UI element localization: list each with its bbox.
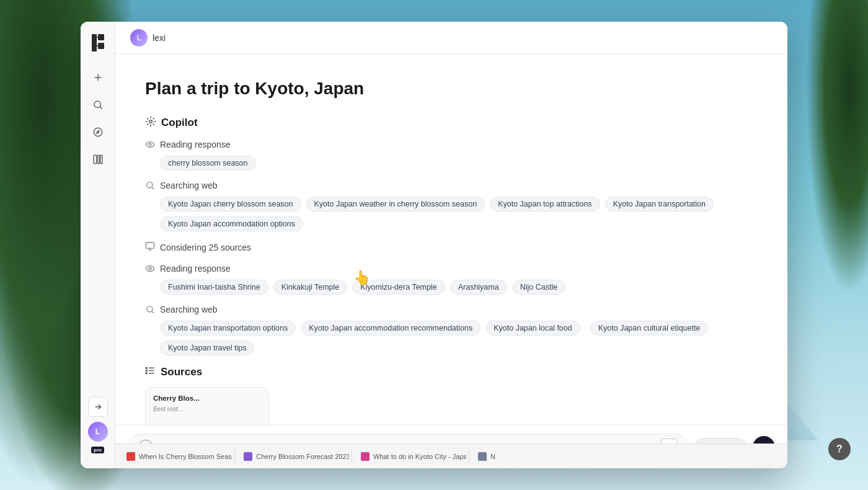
- tag-weather[interactable]: Kyoto Japan weather in cherry blossom se…: [306, 197, 485, 212]
- header-bar: L lexi: [115, 22, 787, 54]
- new-thread-button[interactable]: [87, 66, 109, 89]
- tab-favicon-1: [126, 452, 135, 461]
- app-window: L pro L lexi Plan a trip to Kyoto, Japan…: [81, 22, 787, 468]
- tab-separator-3: [469, 450, 469, 463]
- considering-icon: [145, 241, 155, 254]
- svg-marker-10: [95, 130, 99, 134]
- tag-top-attractions[interactable]: Kyoto Japan top attractions: [490, 197, 600, 212]
- sidebar: L pro: [81, 22, 115, 468]
- search-button[interactable]: [87, 94, 109, 116]
- tab-label-1: When Is Cherry Blossom Season In Kyoto?: [139, 453, 232, 460]
- sources-header: Sources: [145, 365, 758, 378]
- tags-row-searching-1: Kyoto Japan cherry blossom season Kyoto …: [160, 197, 758, 231]
- header-avatar: L: [130, 29, 148, 47]
- copilot-icon: [145, 116, 156, 130]
- svg-line-24: [152, 311, 154, 313]
- tag-fushimi[interactable]: Fushimi Inari-taisha Shrine: [160, 280, 268, 295]
- sources-icon: [145, 365, 156, 378]
- tab-n[interactable]: N: [472, 450, 502, 463]
- activity-reading-1: Reading response: [145, 140, 758, 149]
- tag-travel-tips[interactable]: Kyoto Japan travel tips: [160, 341, 254, 355]
- header-username: lexi: [153, 33, 166, 43]
- svg-point-15: [149, 120, 153, 123]
- tag-transportation[interactable]: Kyoto Japan transportation: [605, 197, 714, 212]
- svg-rect-12: [97, 155, 99, 164]
- source-card-subtitle-1: Best root...: [153, 406, 261, 412]
- tags-row-searching-2: Kyoto Japan transportation options Kyoto…: [160, 321, 758, 355]
- svg-point-7: [94, 101, 101, 108]
- library-button[interactable]: [87, 148, 109, 171]
- activity-label-considering: Considering 25 sources: [160, 243, 251, 252]
- activity-label-reading-1: Reading response: [160, 140, 231, 149]
- svg-rect-11: [94, 155, 97, 164]
- tag-accom-recs[interactable]: Kyoto Japan accommodation recommendation…: [301, 321, 480, 336]
- pro-badge: pro: [91, 447, 104, 453]
- main-content: Plan a trip to Kyoto, Japan Copilot Read…: [115, 54, 787, 468]
- tab-favicon-2: [244, 452, 252, 461]
- tag-kinkakuji[interactable]: Kinkakuji Temple: [273, 280, 348, 295]
- tags-row-reading-2: Fushimi Inari-taisha Shrine Kinkakuji Te…: [160, 280, 758, 295]
- activity-reading-2: Reading response: [145, 264, 758, 274]
- tag-local-food[interactable]: Kyoto Japan local food: [485, 321, 580, 336]
- sources-section-title: Sources: [161, 366, 202, 378]
- svg-point-28: [146, 367, 147, 368]
- app-logo[interactable]: [87, 32, 109, 54]
- tag-cultural-etiquette[interactable]: Kyoto Japan cultural etiquette: [590, 321, 709, 336]
- reading-icon-1: [145, 140, 155, 149]
- svg-point-23: [147, 306, 153, 312]
- svg-rect-13: [100, 155, 102, 164]
- svg-point-16: [149, 143, 151, 146]
- activity-considering: Considering 25 sources: [145, 241, 758, 254]
- activity-searching-2: Searching web: [145, 305, 758, 314]
- source-card-title-1: Cherry Blos...: [153, 394, 261, 403]
- tags-row-reading-1: cherry blossom season: [160, 156, 758, 171]
- user-avatar-sidebar[interactable]: L: [88, 422, 108, 442]
- expand-sidebar-button[interactable]: [88, 397, 108, 417]
- tag-nijo[interactable]: Nijo Castle: [512, 280, 565, 295]
- svg-rect-19: [146, 243, 154, 248]
- svg-point-17: [147, 182, 153, 188]
- tag-transport-options[interactable]: Kyoto Japan transportation options: [160, 321, 296, 336]
- activity-label-searching-1: Searching web: [160, 180, 218, 190]
- source-card-1[interactable]: Cherry Blos... Best root...: [145, 387, 269, 430]
- activity-label-reading-2: Reading response: [160, 264, 231, 274]
- page-title: Plan a trip to Kyoto, Japan: [145, 79, 758, 99]
- svg-rect-0: [92, 34, 97, 51]
- tab-label-3: What to do in Kyoto City - Japan Guide: [373, 453, 466, 460]
- svg-point-29: [146, 370, 147, 371]
- svg-rect-2: [98, 43, 104, 49]
- tag-kiyomizu[interactable]: Kiyomizu-dera Temple: [352, 280, 445, 295]
- tab-strip: When Is Cherry Blossom Season In Kyoto? …: [115, 443, 787, 468]
- tag-cherry-blossom-season[interactable]: Kyoto Japan cherry blossom season: [160, 197, 301, 212]
- tab-forecast[interactable]: Cherry Blossom Forecast 2023 - Japan Gui…: [237, 450, 349, 463]
- tab-kyoto-guide[interactable]: What to do in Kyoto City - Japan Guide: [355, 450, 466, 463]
- tab-favicon-4: [478, 452, 487, 461]
- tab-cherry-blossom[interactable]: When Is Cherry Blossom Season In Kyoto?: [120, 450, 232, 463]
- activity-searching-1: Searching web: [145, 180, 758, 190]
- tab-separator-2: [352, 450, 352, 463]
- svg-rect-1: [98, 34, 104, 40]
- tab-label-2: Cherry Blossom Forecast 2023 - Japan Gui…: [256, 453, 349, 460]
- svg-point-22: [149, 267, 151, 270]
- sources-cards: Cherry Blos... Best root...: [145, 387, 758, 430]
- copilot-section-header: Copilot: [145, 116, 758, 130]
- help-button[interactable]: ?: [828, 438, 851, 460]
- tag-cherry-blossom[interactable]: cherry blossom season: [160, 156, 256, 171]
- tab-label-4: N: [490, 453, 495, 460]
- sidebar-footer: L pro: [88, 397, 108, 458]
- discover-button[interactable]: [87, 121, 109, 143]
- searching-icon-1: [145, 180, 155, 190]
- sources-section: Sources Cherry Blos... Best root...: [145, 365, 758, 430]
- svg-point-30: [146, 373, 147, 374]
- tab-separator-1: [234, 450, 235, 463]
- tag-arashiyama[interactable]: Arashiyama: [450, 280, 507, 295]
- copilot-section-title: Copilot: [161, 117, 198, 129]
- svg-line-8: [100, 107, 102, 109]
- tab-favicon-3: [361, 452, 370, 461]
- svg-line-18: [152, 187, 154, 189]
- searching-icon-2: [145, 305, 155, 314]
- tag-accommodation[interactable]: Kyoto Japan accommodation options: [160, 216, 303, 231]
- activity-label-searching-2: Searching web: [160, 305, 218, 314]
- reading-icon-2: [145, 264, 155, 274]
